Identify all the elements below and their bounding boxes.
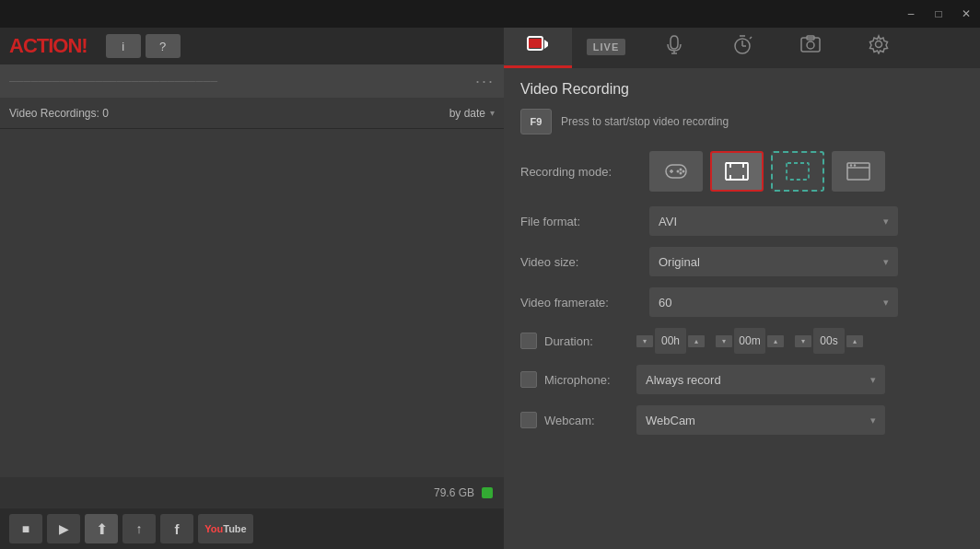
file-format-arrow-icon: ▾ (883, 216, 889, 228)
panel-title: Video Recording (520, 81, 963, 98)
screenshot-icon (800, 35, 821, 58)
microphone-value: Always record (646, 373, 721, 387)
file-format-row: File format: AVI ▾ (520, 206, 963, 236)
tab-timer[interactable] (708, 28, 776, 68)
filter-bar: ───────────────────────────── ··· (0, 64, 504, 98)
recordings-count-label: Video Recordings: 0 (9, 107, 109, 120)
duration-label: Duration: (544, 334, 629, 348)
mode-region-button[interactable] (771, 151, 824, 192)
youtube-button[interactable]: YouTube (198, 514, 253, 543)
storage-indicator (482, 487, 493, 498)
file-format-dropdown[interactable]: AVI ▾ (649, 206, 898, 236)
facebook-button[interactable]: f (160, 514, 193, 543)
storage-bar: 79.6 GB (0, 477, 504, 508)
duration-seconds-up[interactable]: ▴ (846, 335, 863, 347)
webcam-dropdown[interactable]: WebCam ▾ (636, 405, 885, 435)
left-panel: ACTION! i ? ────────────────────────────… (0, 28, 504, 549)
sort-button[interactable]: by date ▾ (449, 107, 495, 120)
minimize-button[interactable]: – (897, 0, 925, 28)
duration-controls: ▾ 00h ▴ ▾ 00m ▴ ▾ 0 (636, 328, 863, 354)
stop-button[interactable]: ■ (9, 514, 42, 543)
export-button[interactable]: ↑ (122, 514, 156, 543)
microphone-label: Microphone: (544, 373, 629, 387)
upload-icon: ⬆ (96, 520, 108, 538)
duration-minutes-value: 00m (734, 328, 765, 354)
svg-rect-1 (529, 39, 542, 48)
duration-hours-down[interactable]: ▾ (636, 335, 653, 347)
hotkey-description: Press to start/stop video recording (561, 115, 729, 128)
webcam-value: WebCam (646, 414, 695, 427)
svg-point-17 (680, 169, 682, 171)
svg-point-20 (680, 172, 682, 175)
duration-minutes-down[interactable]: ▾ (716, 335, 732, 347)
tab-video-recording[interactable] (504, 28, 572, 68)
bottom-toolbar: ■ ▶ ⬆ ↑ f YouTube (0, 508, 504, 549)
tab-audio[interactable] (640, 28, 708, 68)
svg-rect-22 (787, 163, 809, 180)
sort-label: by date (449, 107, 485, 120)
recording-mode-row: Recording mode: (520, 151, 963, 192)
file-format-label: File format: (520, 215, 649, 228)
microphone-arrow-icon: ▾ (870, 374, 876, 386)
recording-mode-label: Recording mode: (520, 165, 649, 179)
svg-point-13 (876, 41, 882, 48)
help-button[interactable]: ? (146, 34, 181, 58)
info-button[interactable]: i (106, 34, 141, 58)
video-size-dropdown[interactable]: Original ▾ (649, 247, 898, 276)
filter-text: ───────────────────────────── (9, 76, 475, 87)
duration-seconds-down[interactable]: ▾ (795, 335, 811, 347)
duration-checkbox[interactable] (520, 333, 537, 349)
app-logo: ACTION! (9, 34, 88, 58)
tab-live[interactable]: LIVE (572, 28, 640, 68)
play-icon: ▶ (59, 521, 69, 536)
duration-hours-group: ▾ (636, 335, 653, 347)
video-size-label: Video size: (520, 255, 649, 269)
tab-bar: LIVE (504, 28, 980, 68)
logo-exclaim: ! (81, 34, 87, 57)
recordings-content-area (0, 129, 504, 477)
file-format-value: AVI (659, 215, 677, 228)
chevron-down-icon: ▾ (490, 108, 495, 118)
settings-icon (869, 34, 889, 59)
video-framerate-arrow-icon: ▾ (883, 297, 889, 309)
mode-gamepad-button[interactable] (649, 151, 703, 192)
svg-line-9 (750, 37, 752, 39)
svg-rect-21 (726, 163, 748, 180)
svg-point-11 (807, 41, 814, 49)
upload-button[interactable]: ⬆ (85, 514, 118, 543)
f9-key: F9 (520, 109, 552, 134)
video-framerate-dropdown[interactable]: 60 ▾ (649, 287, 898, 317)
recordings-bar: Video Recordings: 0 by date ▾ (0, 98, 504, 129)
video-framerate-label: Video framerate: (520, 296, 649, 310)
microphone-checkbox[interactable] (520, 371, 537, 388)
play-button[interactable]: ▶ (47, 514, 80, 543)
duration-hours-up[interactable]: ▴ (688, 335, 705, 347)
tab-settings[interactable] (845, 28, 913, 68)
video-size-row: Video size: Original ▾ (520, 247, 963, 276)
microphone-row: Microphone: Always record ▾ (520, 365, 963, 394)
facebook-icon: f (175, 521, 180, 537)
more-options-button[interactable]: ··· (475, 72, 495, 91)
stop-icon: ■ (22, 521, 29, 536)
webcam-row: Webcam: WebCam ▾ (520, 405, 963, 435)
timer-icon (732, 34, 752, 59)
duration-hours-value: 00h (655, 328, 686, 354)
duration-minutes-up[interactable]: ▴ (767, 335, 784, 347)
hotkey-row: F9 Press to start/stop video recording (520, 109, 963, 134)
audio-icon (665, 34, 683, 59)
video-framerate-value: 60 (659, 296, 671, 310)
youtube-icon: You (204, 523, 223, 534)
webcam-arrow-icon: ▾ (870, 415, 876, 426)
svg-point-26 (854, 164, 856, 166)
duration-seconds-value: 00s (813, 328, 845, 354)
webcam-checkbox[interactable] (520, 412, 537, 428)
titlebar: – □ ✕ (0, 0, 980, 28)
svg-marker-2 (544, 40, 548, 49)
microphone-dropdown[interactable]: Always record ▾ (636, 365, 885, 394)
maximize-button[interactable]: □ (925, 0, 952, 28)
mode-window-button[interactable] (832, 151, 885, 192)
tab-screenshot[interactable] (776, 28, 845, 68)
mode-fullscreen-button[interactable] (710, 151, 764, 192)
video-framerate-row: Video framerate: 60 ▾ (520, 287, 963, 317)
close-button[interactable]: ✕ (952, 0, 980, 28)
